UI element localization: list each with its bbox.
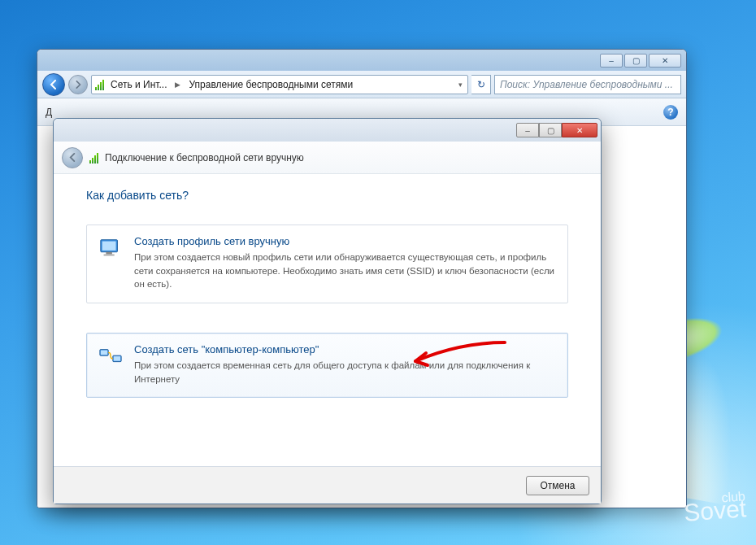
wizard-titlebar: – ▢ ✕ <box>54 119 601 142</box>
wizard-close-button[interactable]: ✕ <box>562 123 597 137</box>
monitor-icon <box>98 237 123 261</box>
watermark-big: Sovet <box>683 495 747 525</box>
svg-rect-2 <box>106 252 112 255</box>
outer-minimize-button[interactable]: – <box>600 54 623 68</box>
wizard-back-button[interactable] <box>62 147 83 168</box>
svg-rect-5 <box>101 351 107 355</box>
wizard-body: Как добавить сеть? Создать профиль сети … <box>54 174 601 466</box>
search-input[interactable]: Поиск: Управление беспроводными ... <box>494 75 681 94</box>
breadcrumb-part-2[interactable]: Управление беспроводными сетями <box>185 77 356 92</box>
wizard-footer: Отмена <box>54 466 601 504</box>
wizard-heading: Как добавить сеть? <box>86 189 568 202</box>
help-icon[interactable]: ? <box>663 105 678 120</box>
wizard-title: Подключение к беспроводной сети вручную <box>105 152 304 164</box>
svg-rect-7 <box>114 356 120 361</box>
search-placeholder: Поиск: Управление беспроводными ... <box>500 79 673 90</box>
wizard-header: Подключение к беспроводной сети вручную <box>54 142 601 174</box>
nav-back-button[interactable] <box>42 73 65 96</box>
wireless-icon <box>89 152 98 164</box>
watermark-small: club <box>683 492 745 507</box>
outer-titlebar: – ▢ ✕ <box>37 50 686 71</box>
refresh-button[interactable]: ↻ <box>471 75 491 94</box>
breadcrumb-sep-icon: ▶ <box>173 81 182 89</box>
option1-title: Создать профиль сети вручную <box>134 235 556 247</box>
address-bar[interactable]: Сеть и Инт... ▶ Управление беспроводными… <box>91 75 468 94</box>
watermark: club Sovet <box>683 492 747 523</box>
adhoc-network-icon <box>98 345 123 369</box>
option2-desc: При этом создается временная сеть для об… <box>134 359 556 386</box>
wizard-minimize-button[interactable]: – <box>516 123 539 137</box>
nav-row: Сеть и Инт... ▶ Управление беспроводными… <box>37 71 686 98</box>
breadcrumb-part-1[interactable]: Сеть и Инт... <box>107 77 170 92</box>
wizard-dialog: – ▢ ✕ Подключение к беспроводной сети вр… <box>53 118 602 504</box>
svg-rect-3 <box>104 255 115 256</box>
outer-close-button[interactable]: ✕ <box>649 54 681 68</box>
nav-forward-button[interactable] <box>68 75 88 94</box>
breadcrumb-dropdown-icon[interactable]: ▾ <box>457 81 464 89</box>
svg-rect-1 <box>102 242 116 251</box>
option2-title: Создать сеть "компьютер-компьютер" <box>134 343 556 355</box>
toolbar-left-text: Д <box>46 107 52 118</box>
outer-maximize-button[interactable]: ▢ <box>624 54 647 68</box>
option-create-profile-manually[interactable]: Создать профиль сети вручную При этом со… <box>86 225 568 303</box>
option-create-adhoc-network[interactable]: Создать сеть "компьютер-компьютер" При э… <box>86 333 568 398</box>
cancel-button[interactable]: Отмена <box>526 476 589 495</box>
option1-desc: При этом создается новый профиль сети ил… <box>134 251 556 291</box>
wizard-maximize-button[interactable]: ▢ <box>539 123 562 137</box>
wireless-icon <box>95 79 104 90</box>
